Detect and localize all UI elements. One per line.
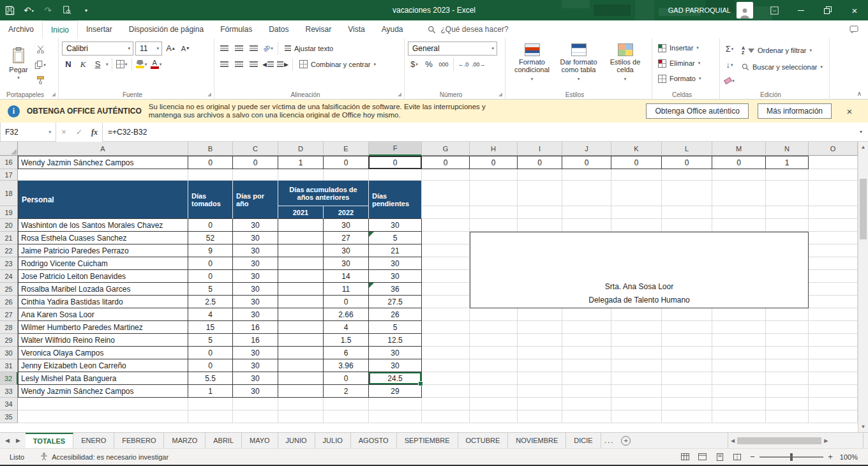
cell-B23[interactable]: 0 [188, 257, 233, 270]
cell-G23[interactable] [422, 257, 470, 270]
cell-I19[interactable] [518, 206, 562, 219]
cell-N20[interactable] [766, 219, 809, 232]
cell-I34[interactable] [518, 398, 562, 410]
cell-B26[interactable]: 2.5 [188, 296, 233, 308]
cell-C23[interactable]: 30 [233, 257, 278, 270]
cell-K31[interactable] [611, 359, 662, 372]
fill-icon[interactable]: ↓▾ [723, 57, 736, 72]
cell-E21[interactable]: 27 [324, 232, 369, 244]
row-header-21[interactable]: 21 [0, 232, 18, 244]
account-name[interactable]: GAD PARROQUIAL [668, 6, 731, 14]
underline-chevron-icon[interactable]: ▾ [106, 62, 108, 67]
cell-N19[interactable] [766, 206, 809, 219]
cell-D21[interactable] [278, 232, 324, 244]
row-header-27[interactable]: 27 [0, 308, 18, 321]
cell-H28[interactable] [470, 321, 518, 334]
sheet-tab-septiembre[interactable]: SEPTIEMBRE [397, 433, 458, 448]
row-header-32[interactable]: 32 [0, 372, 18, 385]
cell-D25[interactable] [278, 283, 324, 296]
cell-B27[interactable]: 4 [188, 308, 233, 321]
ribbon-tab-inicio[interactable]: Inicio [42, 20, 78, 38]
cell-D32[interactable] [278, 372, 324, 385]
cell-L31[interactable] [662, 359, 712, 372]
increase-font-icon[interactable]: A▴ [164, 41, 177, 56]
cell-J35[interactable] [562, 410, 611, 423]
cell-G30[interactable] [422, 347, 470, 359]
cell-F17[interactable] [369, 169, 422, 181]
cell-G29[interactable] [422, 334, 470, 347]
cell-A30[interactable]: Veronica Olaya Campos [18, 347, 188, 359]
cell-L18[interactable] [662, 181, 712, 206]
cell-C28[interactable]: 16 [233, 321, 278, 334]
cell-F26[interactable]: 27.5 [369, 296, 422, 308]
cell-H33[interactable] [470, 385, 518, 398]
cell-J33[interactable] [562, 385, 611, 398]
wrap-text-button[interactable]: Ajustar texto [281, 41, 336, 56]
scroll-left-icon[interactable]: ◀ [731, 438, 735, 444]
cell-O28[interactable] [809, 321, 858, 334]
fill-color-icon[interactable]: ▾ [135, 57, 148, 71]
cell-M28[interactable] [712, 321, 766, 334]
sheet-tab-totales[interactable]: TOTALES [26, 433, 73, 448]
cell-F32[interactable]: 24.5 [369, 372, 422, 385]
cell-C20[interactable]: 30 [233, 219, 278, 232]
cell-O31[interactable] [809, 359, 858, 372]
scroll-down-icon[interactable]: ▼ [858, 421, 868, 432]
sort-filter-button[interactable]: AZ Ordenar y filtrar ▾ [738, 43, 826, 57]
column-header-B[interactable]: B [188, 142, 233, 156]
minimize-button[interactable] [788, 0, 814, 20]
cell-N34[interactable] [766, 398, 809, 410]
cell-J27[interactable] [562, 308, 611, 321]
cell-N30[interactable] [766, 347, 809, 359]
number-format-combo[interactable]: General▾ [408, 41, 497, 56]
prev-sheet-icon[interactable]: ◀ [5, 437, 10, 444]
cell-O26[interactable] [809, 296, 858, 308]
avatar[interactable] [737, 2, 753, 19]
cell-C26[interactable]: 30 [233, 296, 278, 308]
cell-B31[interactable]: 0 [188, 359, 233, 372]
cell-D28[interactable] [278, 321, 324, 334]
cell-B25[interactable]: 5 [188, 283, 233, 296]
cell-G18[interactable] [422, 181, 470, 206]
row-header-23[interactable]: 23 [0, 257, 18, 270]
cell-L30[interactable] [662, 347, 712, 359]
cell-A22[interactable]: Jaime Patricio Paredes Perrazo [18, 244, 188, 257]
cell-O19[interactable] [809, 206, 858, 219]
cell-E34[interactable] [324, 398, 369, 410]
column-header-F[interactable]: F [369, 142, 422, 156]
cell-N33[interactable] [766, 385, 809, 398]
cell-E32[interactable]: 0 [324, 372, 369, 385]
sheet-tab-noviembre[interactable]: NOVIEMBRE [508, 433, 566, 448]
cell-I17[interactable] [518, 169, 562, 181]
get-genuine-office-button[interactable]: Obtenga Office auténtico [646, 103, 749, 119]
cell-B17[interactable] [188, 169, 233, 181]
dialog-launcher-icon[interactable] [52, 93, 56, 96]
row-header-34[interactable]: 34 [0, 398, 18, 410]
cell-G20[interactable] [422, 219, 470, 232]
cell-A21[interactable]: Rosa Esthela Cuases Sanchez [18, 232, 188, 244]
cell-C24[interactable]: 30 [233, 270, 278, 283]
cell-F25[interactable]: 36 [369, 283, 422, 296]
sheet-tab-octubre[interactable]: OCTUBRE [458, 433, 509, 448]
annotation-textbox[interactable]: Srta. Ana Sosa Loor Delegada de Talento … [470, 232, 809, 308]
cell-I27[interactable] [518, 308, 562, 321]
cell-C16[interactable]: 0 [233, 156, 278, 169]
delete-cells-button[interactable]: Eliminar ▾ [655, 56, 716, 71]
cell-L17[interactable] [662, 169, 712, 181]
cell-B22[interactable]: 9 [188, 244, 233, 257]
cell-G34[interactable] [422, 398, 470, 410]
cell-A29[interactable]: Walter Wilfrido Reino Reino [18, 334, 188, 347]
zoom-in-icon[interactable]: + [823, 452, 837, 462]
merge-center-button[interactable]: Combinar y centrar ▾ [296, 57, 379, 71]
cell-F28[interactable]: 5 [369, 321, 422, 334]
dialog-launcher-icon[interactable] [398, 93, 401, 96]
more-info-button[interactable]: Más información [758, 103, 832, 119]
vertical-scroll-thumb[interactable] [860, 179, 867, 239]
cell-M17[interactable] [712, 169, 766, 181]
cell-C27[interactable]: 30 [233, 308, 278, 321]
cell-M33[interactable] [712, 385, 766, 398]
cell-F31[interactable]: 30 [369, 359, 422, 372]
cell-B30[interactable]: 0 [188, 347, 233, 359]
column-header-A[interactable]: A [18, 142, 188, 156]
ribbon-tab-disposicion-de-pagina[interactable]: Disposición de página [121, 20, 212, 38]
